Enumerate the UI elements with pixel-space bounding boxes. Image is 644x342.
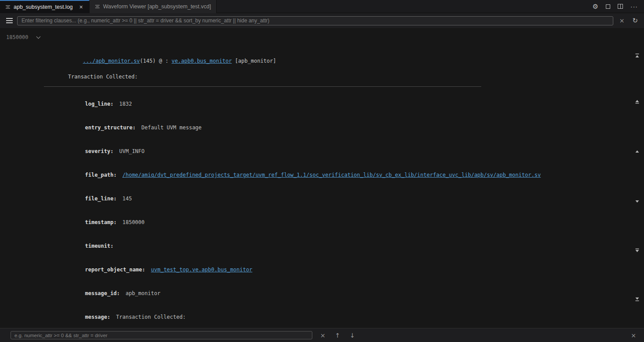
detail-label: file_path: <box>85 172 117 178</box>
more-actions-icon[interactable]: ··· <box>630 4 638 10</box>
next-marker-icon[interactable] <box>634 248 640 256</box>
detail-label: severity: <box>85 148 114 154</box>
next-match-icon[interactable]: ↓ <box>348 332 357 339</box>
detail-value-link[interactable]: /home/amiq/dvt_predefined_projects_targe… <box>122 172 541 178</box>
entry-context: [apb_monitor] <box>232 58 276 64</box>
tab-close-icon[interactable]: × <box>79 4 84 11</box>
detail-value: 1850000 <box>122 219 145 225</box>
entry-header: 1850000 .../apb_monitor.sv(145) @ : ve.a… <box>0 33 644 73</box>
search-bar: × ↑ ↓ × <box>0 328 644 342</box>
refresh-icon[interactable]: ↻ <box>630 17 640 25</box>
clear-filter-icon[interactable]: × <box>618 17 626 24</box>
detail-value: Default UVM message <box>141 125 201 131</box>
clear-search-icon[interactable]: × <box>318 332 327 339</box>
detail-row: entry_structure:Default UVM message <box>47 116 644 139</box>
detail-row: file_path:/home/amiq/dvt_predefined_proj… <box>47 163 644 187</box>
detail-value-link[interactable]: uvm_test_top.ve.apb0.bus_monitor <box>151 267 252 273</box>
search-input[interactable] <box>11 331 312 339</box>
entry-timestamp: 1850000 <box>6 33 29 41</box>
close-search-icon[interactable]: × <box>629 332 638 339</box>
tab-bar: apb_subsystem_test.log × Waveform Viewer… <box>0 0 644 13</box>
log-entry-expanded: 1850000 .../apb_monitor.sv(145) @ : ve.a… <box>0 33 644 328</box>
entry-details: log_line:1832 entry_structure:Default UV… <box>0 92 644 328</box>
jump-to-first-icon[interactable] <box>634 53 640 61</box>
maximize-icon[interactable] <box>606 4 610 9</box>
gear-icon[interactable]: ⚙ <box>593 3 598 10</box>
detail-row: timeunit: <box>47 234 644 258</box>
jump-to-last-icon[interactable] <box>634 296 640 304</box>
log-file-icon <box>5 4 11 10</box>
entry-location: (145) @ : <box>140 58 172 64</box>
detail-value: 145 <box>122 196 132 202</box>
log-viewer-window: apb_subsystem_test.log × Waveform Viewer… <box>0 0 644 342</box>
prev-marker-icon[interactable] <box>634 99 640 107</box>
detail-label: message: <box>85 314 111 320</box>
detail-row: file_line:145 <box>47 187 644 210</box>
editor-actions: ⚙ ··· <box>593 0 644 13</box>
tab-bar-spacer <box>217 0 593 13</box>
detail-row: log_line:1832 <box>47 92 644 116</box>
entry-message: Transaction Collected: <box>0 73 644 81</box>
detail-value: 1832 <box>119 101 132 107</box>
source-file-link[interactable]: .../apb_monitor.sv <box>83 58 140 64</box>
detail-value: UVM_INFO <box>119 148 145 154</box>
detail-label: log_line: <box>85 101 114 107</box>
chevron-down-icon[interactable] <box>36 35 41 39</box>
detail-value: apb_monitor <box>125 290 160 296</box>
detail-row: message_id:apb_monitor <box>47 281 644 305</box>
prev-match-icon[interactable]: ↑ <box>333 332 342 339</box>
detail-row: timestamp:1850000 <box>47 210 644 234</box>
details-separator <box>44 86 481 87</box>
detail-label: file_line: <box>85 196 117 202</box>
scroll-down-icon[interactable] <box>634 199 640 207</box>
detail-row: severity:UVM_INFO <box>47 139 644 163</box>
split-editor-icon[interactable] <box>618 4 623 9</box>
detail-label: message_id: <box>85 290 120 296</box>
detail-label: report_object_name: <box>85 267 145 273</box>
filter-bar: × ↻ <box>0 13 644 28</box>
detail-value: Transaction Collected: <box>116 314 186 320</box>
detail-row: message:Transaction Collected: <box>47 305 644 328</box>
detail-row: report_object_name:uvm_test_top.ve.apb0.… <box>47 258 644 281</box>
tab-waveform-viewer-label: Waveform Viewer [apb_subsystem_test.vcd] <box>103 4 211 10</box>
tab-log-file[interactable]: apb_subsystem_test.log × <box>0 0 89 13</box>
filter-input[interactable] <box>17 16 613 25</box>
detail-label: timestamp: <box>85 219 117 225</box>
log-content: 1850000 .../apb_monitor.sv(145) @ : ve.a… <box>0 28 644 328</box>
waveform-file-icon <box>95 4 100 9</box>
tab-log-file-label: apb_subsystem_test.log <box>14 4 73 10</box>
menu-icon[interactable] <box>6 18 13 23</box>
tab-waveform-viewer[interactable]: Waveform Viewer [apb_subsystem_test.vcd] <box>89 0 217 13</box>
report-object-link[interactable]: ve.apb0.bus_monitor <box>172 58 232 64</box>
scroll-up-icon[interactable] <box>634 149 640 157</box>
detail-label: timeunit: <box>85 243 114 249</box>
navigation-rail <box>633 28 643 328</box>
detail-label: entry_structure: <box>85 125 136 131</box>
